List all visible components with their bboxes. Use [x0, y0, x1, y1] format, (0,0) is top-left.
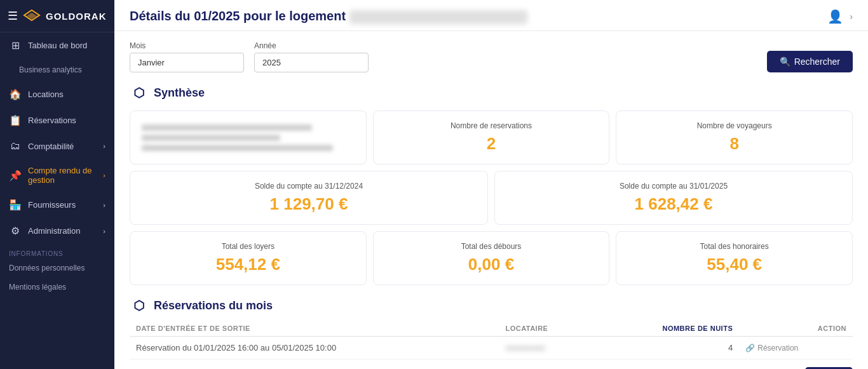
table-body: Réservation du 01/01/2025 16:00 au 05/01…: [130, 337, 853, 359]
blurred-info: [142, 124, 355, 151]
chevron-right-icon-4: ›: [103, 227, 105, 235]
honoraires-label: Total des honoraires: [700, 242, 769, 251]
page-title: Détails du 01/2025 pour le logement: [130, 9, 820, 24]
reservations-icon: 📋: [9, 114, 22, 126]
annee-label: Année: [254, 41, 369, 50]
solde-dec-label: Solde du compte au 31/12/2024: [255, 182, 363, 191]
reservations-value: 2: [487, 134, 496, 154]
row-locataire: ●●●●●●●●: [499, 337, 595, 359]
solde-dec-value: 1 129,70 €: [270, 194, 348, 214]
blurred-property-name: [349, 10, 527, 24]
reservations-count-card: Nombre de reservations 2: [373, 111, 610, 164]
debours-value: 0,00 €: [468, 255, 514, 274]
sidebar-item-label: Tableau de bord: [28, 41, 87, 50]
annee-input[interactable]: [254, 53, 369, 72]
solde-dec-card: Solde du compte au 31/12/2024 1 129,70 €: [130, 171, 488, 225]
sidebar-item-donnees-personnelles[interactable]: Données personnelles: [0, 258, 114, 278]
synthese-section: ⬡ Synthèse Nombre de reservations 2 Nomb…: [114, 79, 868, 292]
locations-icon: 🏠: [9, 88, 22, 100]
sidebar-item-label: Fournisseurs: [28, 200, 76, 210]
honoraires-value: 55,40 €: [707, 255, 762, 274]
administration-icon: ⚙: [9, 225, 22, 237]
annee-filter-group: Année: [254, 41, 369, 72]
row-nuits: 4: [595, 337, 739, 359]
chevron-right-icon: ›: [103, 142, 105, 150]
voyageurs-label: Nombre de voyageurs: [697, 121, 772, 130]
sidebar-item-reservations[interactable]: 📋 Réservations: [0, 107, 114, 133]
col-nuits: NOMBRE DE NUITS: [595, 321, 739, 337]
search-icon: 🔍: [780, 57, 790, 67]
sidebar-item-label: Compte rendu de gestion: [28, 166, 97, 185]
debours-card: Total des débours 0,00 €: [373, 231, 610, 285]
cards-row-1: Nombre de reservations 2 Nombre de voyag…: [130, 111, 853, 164]
debours-label: Total des débours: [461, 242, 522, 251]
sidebar-nav: ⊞ Tableau de bord Business analytics 🏠 L…: [0, 32, 114, 369]
blur-line-3: [142, 145, 333, 151]
synthese-title: ⬡ Synthèse: [130, 84, 853, 102]
logo-text: GOLDORAK: [46, 11, 107, 22]
col-date: DATE D'ENTRÉE ET DE SORTIE: [130, 321, 499, 337]
chevron-right-icon-2: ›: [103, 171, 105, 179]
honoraires-card: Total des honoraires 55,40 €: [616, 231, 853, 285]
sidebar: ☰ GOLDORAK ⊞ Tableau de bord Business an…: [0, 0, 114, 369]
row-action: 🔗 Réservation: [739, 337, 853, 359]
cards-row-3: Total des loyers 554,12 € Total des débo…: [130, 231, 853, 285]
dashboard-icon: ⊞: [9, 39, 22, 51]
sidebar-item-locations[interactable]: 🏠 Locations: [0, 81, 114, 107]
sidebar-section-label: INFORMATIONS: [0, 244, 114, 258]
sidebar-item-mentions-legales[interactable]: Mentions légales: [0, 278, 114, 297]
table-header: DATE D'ENTRÉE ET DE SORTIE LOCATAIRE NOM…: [130, 321, 853, 337]
logo-mark: [23, 9, 41, 23]
row-date: Réservation du 01/01/2025 16:00 au 05/01…: [130, 337, 499, 359]
sidebar-item-label: Comptabilité: [28, 142, 74, 151]
main-header: Détails du 01/2025 pour le logement 👤 ›: [114, 0, 868, 31]
reservation-link-icon: 🔗: [745, 344, 755, 352]
sidebar-item-label: Business analytics: [19, 65, 82, 74]
loyers-value: 554,12 €: [216, 255, 280, 274]
sidebar-item-administration[interactable]: ⚙ Administration ›: [0, 218, 114, 244]
blur-line-1: [142, 124, 312, 131]
loyers-label: Total des loyers: [222, 242, 275, 251]
mois-filter-group: Mois: [130, 41, 244, 72]
blur-line-2: [142, 135, 280, 141]
sidebar-item-tableau-de-bord[interactable]: ⊞ Tableau de bord: [0, 32, 114, 58]
mois-label: Mois: [130, 41, 244, 50]
sidebar-item-compte-rendu[interactable]: 📌 Compte rendu de gestion ›: [0, 159, 114, 192]
solde-jan-card: Solde du compte au 31/01/2025 1 628,42 €: [494, 171, 853, 225]
voyageurs-count-card: Nombre de voyageurs 8: [616, 111, 853, 164]
compte-rendu-icon: 📌: [9, 170, 22, 182]
loyers-card: Total des loyers 554,12 €: [130, 231, 367, 285]
header-chevron-icon[interactable]: ›: [850, 11, 853, 22]
col-locataire: LOCATAIRE: [499, 321, 595, 337]
hex-icon-2: ⬡: [130, 297, 147, 314]
solde-jan-label: Solde du compte au 31/01/2025: [620, 182, 728, 191]
reservations-section: ⬡ Réservations du mois DATE D'ENTRÉE ET …: [114, 292, 868, 369]
fournisseurs-icon: 🏪: [9, 199, 22, 211]
chevron-right-icon-3: ›: [103, 201, 105, 209]
reservations-table: DATE D'ENTRÉE ET DE SORTIE LOCATAIRE NOM…: [130, 321, 853, 359]
reservations-label: Nombre de reservations: [451, 121, 532, 130]
voyageurs-value: 8: [729, 134, 738, 154]
reservation-link[interactable]: 🔗 Réservation: [745, 344, 846, 352]
reservations-du-mois-title: ⬡ Réservations du mois: [130, 297, 853, 314]
sidebar-item-business-analytics[interactable]: Business analytics: [0, 58, 114, 81]
sidebar-item-label: Administration: [28, 226, 80, 236]
property-info-card: [130, 111, 367, 164]
hex-icon: ⬡: [130, 84, 147, 102]
col-action: ACTION: [739, 321, 853, 337]
mois-input[interactable]: [130, 53, 244, 72]
search-button[interactable]: 🔍 Rechercher: [767, 51, 853, 72]
table-row: Réservation du 01/01/2025 16:00 au 05/01…: [130, 337, 853, 359]
header-icons: 👤 ›: [827, 9, 853, 24]
sidebar-item-label: Réservations: [28, 116, 76, 125]
sidebar-header: ☰ GOLDORAK: [0, 0, 114, 32]
cards-row-2: Solde du compte au 31/12/2024 1 129,70 €…: [130, 171, 853, 225]
filters-row: Mois Année 🔍 Rechercher: [114, 31, 868, 79]
sidebar-item-comptabilite[interactable]: 🗂 Comptabilité ›: [0, 133, 114, 159]
user-icon[interactable]: 👤: [827, 9, 843, 24]
hamburger-icon[interactable]: ☰: [8, 9, 18, 23]
comptabilite-icon: 🗂: [9, 140, 22, 152]
sidebar-item-label: Locations: [28, 90, 64, 99]
main-content: Détails du 01/2025 pour le logement 👤 › …: [114, 0, 868, 369]
sidebar-item-fournisseurs[interactable]: 🏪 Fournisseurs ›: [0, 192, 114, 218]
